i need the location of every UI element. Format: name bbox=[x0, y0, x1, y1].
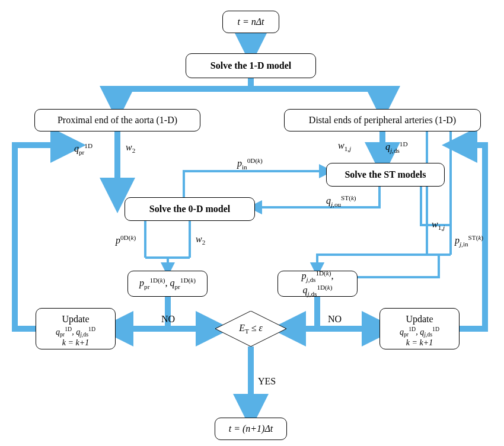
node-proximal-label: Proximal end of the aorta (1-D) bbox=[58, 114, 177, 126]
node-update-left: Update qpr1D, qj,ds1D k = k+1 bbox=[36, 308, 116, 349]
update-right-k: k = k+1 bbox=[388, 338, 451, 348]
lbl-qstou: qj,ouST(k) bbox=[326, 194, 356, 208]
node-solve-0d: Solve the 0-D model bbox=[125, 197, 255, 221]
update-left-title: Update bbox=[44, 313, 107, 325]
update-right-title: Update bbox=[388, 313, 451, 325]
iter-left-text: ppr1D(k), qpr1D(k) bbox=[139, 277, 196, 291]
node-solve-st: Solve the ST models bbox=[326, 163, 445, 187]
iter-right-text: pj,ds1D(k), qj,ds1D(k) bbox=[286, 269, 349, 298]
lbl-no-left: NO bbox=[161, 314, 175, 325]
node-proximal: Proximal end of the aorta (1-D) bbox=[34, 109, 200, 131]
node-end: t = (n+1)Δt bbox=[215, 418, 287, 440]
node-distal: Distal ends of peripheral arteries (1-D) bbox=[284, 109, 481, 131]
decision-label: ET ≤ ε bbox=[215, 311, 286, 346]
lbl-w2-down: w2 bbox=[196, 234, 205, 246]
lbl-pin0dk: pin0D(k) bbox=[237, 157, 263, 171]
node-iter-right: pj,ds1D(k), qj,ds1D(k) bbox=[277, 271, 358, 297]
node-end-label: t = (n+1)Δt bbox=[229, 423, 273, 434]
node-start-label: t = nΔt bbox=[237, 16, 264, 27]
lbl-no-right: NO bbox=[328, 314, 342, 325]
lbl-w2: w2 bbox=[126, 142, 135, 154]
node-start: t = nΔt bbox=[222, 11, 279, 33]
node-decision: ET ≤ ε bbox=[215, 311, 286, 346]
node-iter-left: ppr1D(k), qpr1D(k) bbox=[127, 271, 208, 297]
lbl-w1j-down: w1,j bbox=[432, 219, 445, 231]
flowchart: t = nΔt Solve the 1-D model Proximal end… bbox=[0, 0, 504, 446]
node-solve1d: Solve the 1-D model bbox=[186, 53, 316, 78]
node-solve-st-label: Solve the ST models bbox=[344, 169, 426, 180]
lbl-qjds1d: qj,ds1D bbox=[385, 140, 408, 154]
lbl-yes: YES bbox=[258, 376, 276, 387]
update-left-b: qpr1D, qj,ds1D bbox=[44, 326, 107, 338]
node-distal-label: Distal ends of peripheral arteries (1-D) bbox=[309, 114, 456, 126]
lbl-qpr1d: qpr1D bbox=[74, 142, 92, 156]
update-right-b: qpr1D, qj,ds1D bbox=[388, 326, 451, 338]
lbl-w1j: w1,j bbox=[338, 140, 351, 152]
lbl-p0dk: p0D(k) bbox=[116, 234, 136, 246]
update-left-k: k = k+1 bbox=[44, 338, 107, 348]
lbl-pstin: pj,inST(k) bbox=[455, 234, 483, 248]
node-solve-0d-label: Solve the 0-D model bbox=[149, 203, 230, 214]
node-solve1d-label: Solve the 1-D model bbox=[210, 60, 291, 71]
node-update-right: Update qpr1D, qj,ds1D k = k+1 bbox=[379, 308, 460, 349]
